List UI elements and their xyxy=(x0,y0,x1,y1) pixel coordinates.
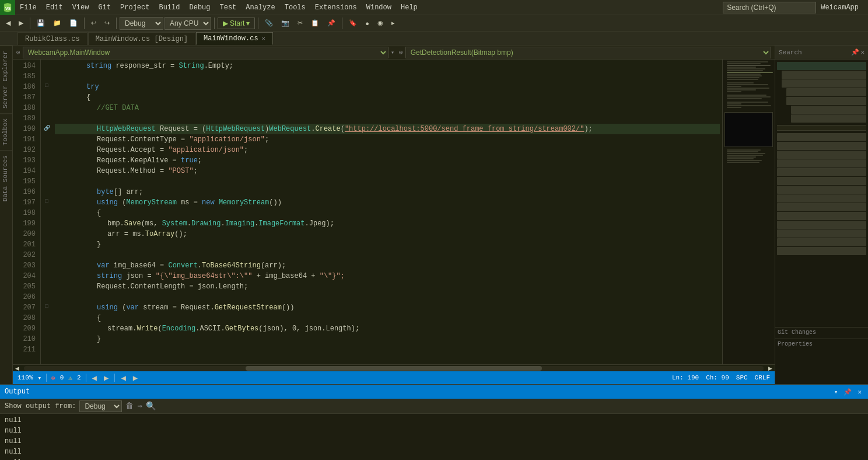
nav-back[interactable]: ◀ xyxy=(91,373,98,383)
tab-rubikclass-label: RubikClass.cs xyxy=(25,35,80,43)
namespace-dropdown[interactable]: WebcamApp.MainWindow xyxy=(23,47,388,58)
gutter-205 xyxy=(41,280,52,291)
output-panel: Output ▾ 📌 ✕ Show output from: Debug Bui… xyxy=(0,384,868,460)
tab-mainwindow-cs[interactable]: MainWindow.cs ✕ xyxy=(196,32,273,45)
method-dropdown[interactable]: GetDetectionResult(Bitmap bmp) xyxy=(405,47,771,58)
gutter-197[interactable]: □ xyxy=(41,196,52,207)
toolbar-undo[interactable]: ↩ xyxy=(88,18,100,29)
tab-mainwindow-design[interactable]: MainWindow.cs [Design] xyxy=(88,32,195,45)
platform-dropdown[interactable]: Any CPU x64 x86 xyxy=(164,17,211,30)
toolbar-forward[interactable]: ▶ xyxy=(15,18,27,29)
gutter-191 xyxy=(41,133,52,144)
line-numbers: 184 185 186 187 188 189 190 191 192 193 … xyxy=(13,60,41,364)
toolbar-redo[interactable]: ↪ xyxy=(101,18,113,29)
code-line-200: arr = ms.ToArray(); xyxy=(55,229,720,239)
nav-next[interactable]: ▶ xyxy=(132,373,139,383)
right-panel: Search 📌 ✕ xyxy=(775,46,868,384)
toolbar-cut[interactable]: ✂ xyxy=(294,18,306,29)
toolbar-bp2[interactable]: ◉ xyxy=(374,18,387,29)
output-pin-btn[interactable]: 📌 xyxy=(842,388,853,396)
code-line-205: Request.ContentLength = json.Length; xyxy=(55,281,720,292)
toolbar-bp1[interactable]: ● xyxy=(362,18,373,29)
tab-mainwindow-cs-close[interactable]: ✕ xyxy=(262,35,265,42)
debug-config-dropdown[interactable]: Debug Release xyxy=(120,17,163,30)
right-panel-close[interactable]: ✕ xyxy=(860,48,864,56)
menu-debug[interactable]: Debug xyxy=(184,0,215,15)
tab-mainwindow-design-label: MainWindow.cs [Design] xyxy=(96,35,188,43)
code-nav-class-icon: ⊙ xyxy=(16,48,20,56)
scroll-thumb[interactable] xyxy=(246,366,541,371)
menu-bar: VS File Edit View Git Project Build Debu… xyxy=(0,0,868,15)
output-clear-btn[interactable]: 🗑 xyxy=(125,402,134,411)
gutter-203 xyxy=(41,259,52,270)
search-input[interactable] xyxy=(723,2,816,13)
output-toolbar: Show output from: Debug Build General 🗑 … xyxy=(0,399,868,414)
start-button[interactable]: ▶ Start ▾ xyxy=(218,18,255,29)
horizontal-scrollbar[interactable]: ◀ ▶ xyxy=(13,364,775,371)
sidebar-data-sources[interactable]: Data Sources xyxy=(0,150,12,206)
toolbar-bookmark[interactable]: 🔖 xyxy=(345,18,360,29)
gutter-196 xyxy=(41,186,52,196)
gutter-186[interactable]: □ xyxy=(41,81,52,91)
toolbar-attach[interactable]: 📎 xyxy=(261,18,276,29)
output-close-btn[interactable]: ✕ xyxy=(856,388,863,396)
left-sidebar: Server Explorer Toolbox Data Sources xyxy=(0,46,13,384)
menu-git[interactable]: Git xyxy=(93,0,116,15)
scroll-left-btn[interactable]: ◀ xyxy=(13,365,22,372)
encoding-indicator: SPC xyxy=(736,374,748,381)
scroll-track[interactable] xyxy=(24,366,764,371)
menu-window[interactable]: Window xyxy=(362,0,396,15)
menu-project[interactable]: Project xyxy=(116,0,154,15)
toolbar-paste[interactable]: 📌 xyxy=(324,18,339,29)
output-dropdown-btn[interactable]: ▾ xyxy=(832,388,840,396)
output-source-dropdown[interactable]: Debug Build General xyxy=(79,400,122,412)
gutter-208 xyxy=(41,312,52,322)
code-nav-bar: ⊙ WebcamApp.MainWindow ▾ ⊕ GetDetectionR… xyxy=(13,46,775,60)
code-content[interactable]: string response_str = String.Empty; try … xyxy=(52,60,722,364)
gutter-207[interactable]: □ xyxy=(41,301,52,312)
output-header-buttons: ▾ 📌 ✕ xyxy=(832,388,863,396)
code-line-204: string json = "{\"img_base64str\":\"" + … xyxy=(55,271,720,281)
toolbar: ◀ ▶ 💾 📁 📄 ↩ ↪ Debug Release Any CPU x64 … xyxy=(0,15,868,32)
scroll-right-btn[interactable]: ▶ xyxy=(766,365,775,372)
menu-extensions[interactable]: Extensions xyxy=(310,0,362,15)
gutter-202 xyxy=(41,249,52,259)
sidebar-server-explorer[interactable]: Server Explorer xyxy=(0,46,12,113)
gutter-185 xyxy=(41,70,52,81)
menu-test[interactable]: Test xyxy=(215,0,242,15)
toolbar-save[interactable]: 💾 xyxy=(33,18,48,29)
toolbar-copy[interactable]: 📋 xyxy=(307,18,323,29)
zoom-dropdown-icon[interactable]: ▾ xyxy=(37,374,41,382)
menu-analyze[interactable]: Analyze xyxy=(241,0,279,15)
gutter-193 xyxy=(41,154,52,165)
toolbar-more[interactable]: ▸ xyxy=(388,18,398,29)
gutter-195 xyxy=(41,175,52,186)
start-dropdown-icon: ▾ xyxy=(246,19,250,27)
right-panel-pin[interactable]: 📌 xyxy=(851,48,859,56)
menu-help[interactable]: Help xyxy=(396,0,422,15)
minimap xyxy=(722,60,775,364)
menu-build[interactable]: Build xyxy=(154,0,184,15)
nav-forward[interactable]: ▶ xyxy=(103,373,110,383)
code-line-186: try xyxy=(55,82,720,92)
toolbar-open[interactable]: 📁 xyxy=(50,18,65,29)
code-line-211 xyxy=(55,344,720,355)
code-line-189 xyxy=(55,113,720,124)
code-line-210: } xyxy=(55,334,720,344)
menu-edit[interactable]: Edit xyxy=(41,0,68,15)
toolbar-cam[interactable]: 📷 xyxy=(278,18,293,29)
menu-file[interactable]: File xyxy=(15,0,41,15)
nav-prev[interactable]: ◀ xyxy=(120,373,127,383)
output-line-3: null xyxy=(5,436,863,447)
menu-view[interactable]: View xyxy=(68,0,94,15)
menu-tools[interactable]: Tools xyxy=(280,0,310,15)
gutter-189 xyxy=(41,112,52,123)
tab-rubikclass[interactable]: RubikClass.cs xyxy=(18,32,88,45)
code-line-208: { xyxy=(55,313,720,323)
code-line-198: { xyxy=(55,208,720,218)
sidebar-toolbox[interactable]: Toolbox xyxy=(0,113,12,150)
toolbar-back[interactable]: ◀ xyxy=(2,18,14,29)
toolbar-new[interactable]: 📄 xyxy=(66,18,81,29)
output-filter-btn[interactable]: 🔍 xyxy=(146,401,156,411)
output-word-wrap-btn[interactable]: ⇒ xyxy=(137,401,142,411)
